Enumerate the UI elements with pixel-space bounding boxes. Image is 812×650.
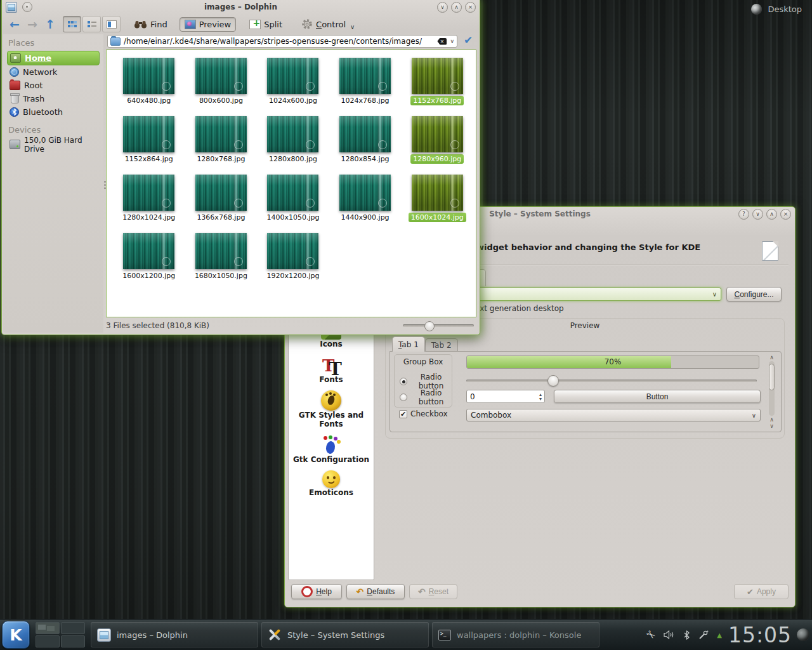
desktop-pager[interactable]: [36, 622, 85, 647]
scroll-down-icon[interactable]: ∨: [769, 423, 774, 429]
kde-menu-button[interactable]: K: [2, 621, 30, 649]
preview-button[interactable]: Button: [554, 390, 761, 403]
sidebar-item-gtk-configuration[interactable]: Gtk Configuration: [289, 435, 374, 464]
close-button[interactable]: ×: [465, 2, 476, 13]
file-item[interactable]: 1366x768.jpg: [185, 175, 258, 233]
volume-icon[interactable]: [664, 630, 675, 639]
places-item-bluetooth[interactable]: Bluetooth: [7, 105, 100, 119]
file-item[interactable]: 1024x768.jpg: [329, 58, 402, 116]
preview-slider[interactable]: [466, 375, 757, 386]
file-item[interactable]: 1280x854.jpg: [329, 116, 402, 175]
up-button[interactable]: ↑: [43, 17, 58, 31]
tab-2[interactable]: Tab 2: [425, 338, 458, 352]
location-dropdown-icon[interactable]: ∨: [450, 38, 454, 44]
icons-view-button[interactable]: [63, 16, 81, 32]
sidebar-item-gtk-styles[interactable]: GTK Styles and Fonts: [289, 390, 374, 428]
close-button[interactable]: ×: [780, 209, 791, 220]
radio-button-2[interactable]: Radio button: [400, 388, 452, 406]
apply-button[interactable]: ✔ Apply: [734, 584, 789, 599]
file-item[interactable]: 640x480.jpg: [113, 58, 185, 116]
file-item[interactable]: 1280x800.jpg: [257, 116, 329, 175]
minimize-button[interactable]: ∨: [752, 209, 763, 220]
file-item[interactable]: 1440x900.jpg: [329, 175, 402, 233]
desktop-toolbox[interactable]: Desktop: [751, 4, 802, 15]
clear-location-icon[interactable]: ×: [437, 38, 447, 45]
spinbox-arrows[interactable]: ▴ ▾: [539, 392, 544, 401]
maximize-button[interactable]: ∧: [451, 2, 462, 13]
reset-button[interactable]: ↶ Reset: [409, 584, 457, 599]
help-window-button[interactable]: ?: [738, 209, 749, 220]
accept-location-button[interactable]: ✔: [464, 34, 473, 46]
file-item[interactable]: 1680x1050.jpg: [185, 233, 258, 291]
wallpaper-thumbnail: [195, 233, 247, 269]
digital-clock[interactable]: 15:05: [728, 623, 792, 647]
file-item[interactable]: 1400x1050.jpg: [257, 175, 329, 233]
zoom-slider-handle[interactable]: [424, 321, 435, 331]
file-view[interactable]: 640x480.jpg 800x600.jpg 1024x600.jpg 102…: [106, 50, 476, 317]
pager-desktop-1[interactable]: [36, 622, 60, 634]
klipper-scissors-icon[interactable]: ✂: [643, 627, 658, 642]
places-item-hard-drive[interactable]: 150,0 GiB Hard Drive: [7, 138, 100, 151]
task-konsole[interactable]: >_ wallpapers : dolphin – Konsole: [432, 622, 599, 647]
tab-1[interactable]: Tab 1: [392, 336, 425, 352]
file-item-selected[interactable]: 1600x1024.jpg: [401, 175, 473, 233]
file-item[interactable]: 1024x600.jpg: [257, 58, 329, 116]
file-item[interactable]: 800x600.jpg: [185, 58, 258, 116]
task-system-settings[interactable]: Style – System Settings: [261, 622, 429, 647]
pager-desktop-4[interactable]: [61, 635, 85, 647]
scrollbar-thumb[interactable]: [769, 364, 775, 390]
places-item-root[interactable]: Root: [7, 79, 100, 92]
location-bar[interactable]: /home/einar/.kde4/share/wallpapers/strip…: [107, 35, 457, 48]
pager-desktop-3[interactable]: [36, 635, 60, 647]
slider-handle[interactable]: [547, 375, 559, 387]
scroll-up-icon[interactable]: ∧: [769, 416, 774, 423]
places-item-home[interactable]: Home: [7, 51, 100, 65]
wallpaper-thumbnail: [412, 58, 463, 94]
status-bar: 3 Files selected (810,8 KiB): [106, 318, 476, 333]
preview-scrollbar[interactable]: ∧ ∧ ∨: [768, 354, 776, 429]
style-module-icon: [762, 241, 778, 261]
help-button[interactable]: Help: [291, 584, 342, 599]
file-item-selected[interactable]: 1152x768.jpg: [401, 58, 473, 116]
columns-view-button[interactable]: [102, 16, 121, 32]
wallpaper-thumbnail: [267, 175, 318, 211]
tray-expand-icon[interactable]: ▲: [717, 632, 722, 639]
defaults-button[interactable]: ↶ Defaults: [346, 584, 405, 599]
file-item[interactable]: 812x650.jpg: [113, 175, 185, 233]
file-item[interactable]: 1920x1200.jpg: [257, 233, 329, 291]
widget-style-combobox[interactable]: ∨: [468, 288, 721, 301]
back-button[interactable]: ←: [7, 17, 22, 31]
pager-desktop-2[interactable]: [61, 622, 85, 634]
file-item[interactable]: 1600x1200.jpg: [113, 233, 185, 291]
forward-button[interactable]: →: [25, 17, 40, 31]
radio-button-1[interactable]: Radio button: [400, 373, 452, 390]
sidebar-item-emoticons[interactable]: Emoticons: [289, 470, 374, 497]
preview-toggle-button[interactable]: Preview: [180, 17, 237, 32]
panel-cashew-icon[interactable]: [797, 628, 809, 641]
control-menu-button[interactable]: Control ∨: [297, 17, 359, 32]
scroll-up-icon[interactable]: ∧: [769, 354, 774, 361]
split-button[interactable]: + Split: [245, 18, 287, 31]
maximize-button[interactable]: ∧: [766, 209, 777, 220]
minimize-button[interactable]: ∨: [437, 2, 448, 13]
configure-button[interactable]: Configure...: [726, 287, 782, 302]
zoom-slider[interactable]: [403, 321, 474, 331]
preview-spinbox[interactable]: 0 ▴ ▾: [466, 390, 545, 403]
device-notifier-icon[interactable]: [698, 630, 709, 640]
sidebar-item-fonts[interactable]: TT Fonts: [289, 355, 374, 384]
preview-checkbox[interactable]: ✔ Checkbox: [399, 409, 448, 418]
file-item-selected[interactable]: 1280x960.jpg: [401, 116, 473, 175]
places-item-trash[interactable]: Trash: [7, 92, 100, 105]
file-item[interactable]: 1280x768.jpg: [185, 116, 258, 175]
details-view-button[interactable]: [82, 16, 101, 32]
places-item-network[interactable]: Network: [7, 65, 100, 79]
task-dolphin[interactable]: images – Dolphin: [91, 622, 258, 647]
file-item[interactable]: 1152x864.jpg: [113, 116, 185, 175]
bluetooth-icon[interactable]: [683, 630, 690, 640]
dolphin-window: images – Dolphin ∨ ∧ × ← → ↑ Find Pre: [1, 0, 480, 335]
scrollbar-track[interactable]: [769, 361, 775, 416]
dolphin-titlebar[interactable]: images – Dolphin ∨ ∧ ×: [2, 0, 480, 14]
wallpaper-thumbnail: [412, 116, 463, 152]
find-button[interactable]: Find: [129, 18, 172, 31]
preview-combobox[interactable]: Combobox ∨: [466, 409, 761, 421]
